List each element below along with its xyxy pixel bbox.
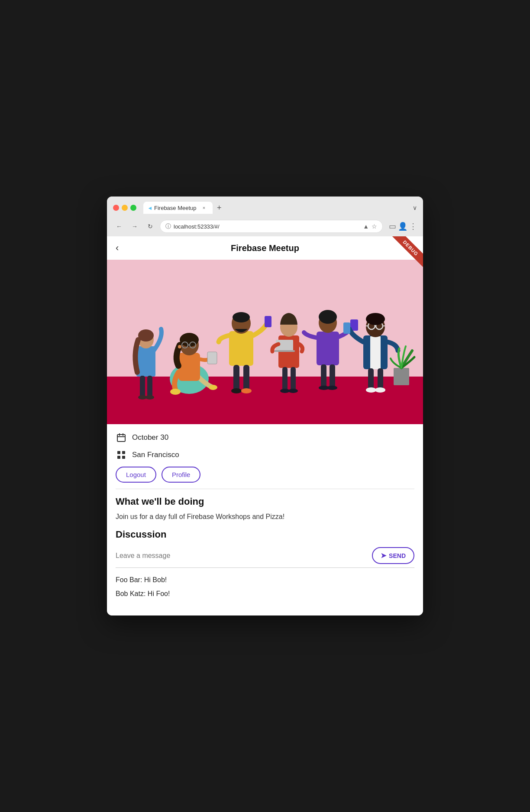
svg-rect-42 [330,364,335,388]
svg-rect-1 [107,377,423,424]
profile-icon[interactable]: 👤 [398,222,407,231]
svg-point-28 [241,388,252,393]
tab-more-button[interactable]: ∨ [413,204,417,211]
calendar-icon [116,432,127,443]
split-view-icon[interactable]: ▭ [389,222,396,231]
tab-bar: ◂ Firebase Meetup × + ∨ [143,202,417,214]
hero-image [107,260,423,424]
tab-close-button[interactable]: × [200,204,207,211]
svg-point-27 [231,388,242,393]
svg-rect-6 [140,376,145,397]
traffic-light-yellow[interactable] [122,205,128,211]
event-location: San Francisco [132,451,179,459]
hero-illustration [107,260,423,424]
discussion-heading: Discussion [116,529,414,540]
svg-rect-19 [207,352,217,364]
traffic-light-red[interactable] [113,205,119,211]
profile-button[interactable]: Profile [162,467,201,483]
reload-button[interactable]: ↻ [144,220,156,232]
svg-rect-67 [122,456,125,459]
url-text: localhost:52333/#/ [174,223,358,230]
svg-rect-65 [122,451,125,454]
location-row: San Francisco [116,449,414,461]
what-text: Join us for a day full of Firebase Works… [116,512,414,522]
svg-rect-7 [147,376,152,397]
svg-rect-13 [178,353,200,381]
svg-rect-64 [117,451,120,454]
message-row: ➤ SEND [116,547,414,568]
divider [116,489,414,489]
menu-icon[interactable]: ⋮ [409,222,417,231]
svg-rect-46 [370,336,381,369]
svg-point-12 [209,385,217,390]
url-bar-icons: ▲ ☆ [363,223,377,230]
active-tab[interactable]: ◂ Firebase Meetup × [143,202,213,214]
traffic-lights [113,205,136,211]
svg-rect-33 [282,367,288,391]
url-bar[interactable]: ⓘ localhost:52333/#/ ▲ ☆ [160,220,383,233]
forward-nav-button[interactable]: → [129,220,141,232]
app-title: Firebase Meetup [231,243,299,253]
svg-point-11 [170,389,181,395]
message-input[interactable] [116,552,367,560]
svg-point-20 [178,345,181,348]
event-date: October 30 [132,433,168,442]
app-back-button[interactable]: ‹ [116,242,119,254]
secure-icon: ⓘ [165,222,171,230]
address-actions: ▭ 👤 ⋮ [389,222,417,231]
svg-rect-25 [233,365,239,391]
send-label: SEND [389,552,406,559]
svg-rect-60 [117,435,125,441]
svg-rect-31 [274,350,295,352]
logout-button[interactable]: Logout [116,467,156,483]
app-header: ‹ Firebase Meetup DEBUG [107,236,423,260]
svg-rect-54 [343,322,350,334]
debug-label: DEBUG [392,236,423,267]
traffic-light-green[interactable] [130,205,136,211]
svg-point-9 [145,395,154,400]
share-icon[interactable]: ▲ [363,223,369,230]
back-nav-button[interactable]: ← [113,220,125,232]
tab-title: Firebase Meetup [154,205,197,211]
svg-rect-37 [317,332,339,365]
svg-point-57 [366,387,376,393]
svg-point-35 [280,389,290,393]
send-icon: ➤ [381,551,386,560]
svg-rect-59 [394,368,409,385]
svg-point-23 [233,312,250,322]
svg-point-58 [375,387,385,393]
what-heading: What we'll be doing [116,496,414,507]
svg-rect-26 [243,365,249,391]
list-item: Bob Katz: Hi Foo! [116,589,414,599]
svg-rect-21 [229,331,253,366]
app-content: ‹ Firebase Meetup DEBUG [107,236,423,615]
browser-window: ◂ Firebase Meetup × + ∨ ← → ↻ ⓘ localhos… [107,197,423,615]
action-buttons: Logout Profile [116,467,414,483]
messages-list: Foo Bar: Hi Bob! Bob Katz: Hi Foo! [116,575,414,611]
date-row: October 30 [116,432,414,443]
svg-rect-34 [291,367,296,391]
bookmark-icon[interactable]: ☆ [372,223,377,230]
send-button[interactable]: ➤ SEND [372,547,414,564]
list-item: Foo Bar: Hi Bob! [116,575,414,585]
debug-ribbon: DEBUG [388,236,423,271]
address-bar-row: ← → ↻ ⓘ localhost:52333/#/ ▲ ☆ ▭ 👤 ⋮ [107,217,423,236]
browser-titlebar: ◂ Firebase Meetup × + ∨ [107,197,423,217]
location-icon [116,449,127,461]
event-info: October 30 San Francisco Logout Profile [107,424,423,615]
svg-rect-24 [265,316,271,327]
svg-rect-66 [117,456,120,459]
svg-point-53 [366,313,385,325]
svg-point-44 [327,386,337,390]
flutter-icon: ◂ [149,205,152,211]
svg-rect-41 [321,364,326,388]
new-tab-button[interactable]: + [215,203,223,213]
svg-point-36 [288,389,298,393]
svg-point-39 [319,310,337,324]
